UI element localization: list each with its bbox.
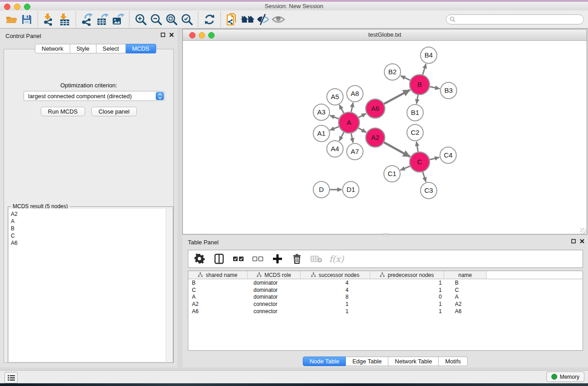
- table-cell[interactable]: C: [444, 287, 487, 293]
- export-network-button[interactable]: [80, 12, 95, 27]
- select-all-button[interactable]: [232, 252, 245, 266]
- mcds-result-item[interactable]: A2: [11, 210, 166, 218]
- table-cell[interactable]: B: [188, 280, 248, 286]
- graph-node-B3[interactable]: B3: [440, 82, 457, 99]
- table-cell[interactable]: 1: [301, 301, 370, 307]
- optimization-dropdown[interactable]: largest connected component (directed): [24, 91, 165, 101]
- zoom-in-button[interactable]: [133, 12, 148, 27]
- window-resize-grip[interactable]: [580, 228, 586, 234]
- tab-network[interactable]: Network: [35, 44, 70, 53]
- graph-node-A7[interactable]: A7: [347, 143, 363, 160]
- tab-motifs[interactable]: Motifs: [439, 357, 468, 366]
- table-cell[interactable]: A6: [188, 308, 248, 315]
- table-row[interactable]: A6connector11A6: [188, 308, 583, 315]
- zoom-out-button[interactable]: [148, 12, 164, 27]
- table-cell[interactable]: connector: [248, 308, 301, 315]
- graph-node-B1[interactable]: B1: [407, 105, 423, 121]
- table-cell[interactable]: C: [188, 287, 248, 293]
- table-cell[interactable]: dominator: [248, 287, 301, 293]
- mcds-result-item[interactable]: B: [11, 225, 166, 232]
- table-cell[interactable]: 4: [301, 287, 370, 293]
- mcds-result-item[interactable]: A6: [11, 239, 166, 247]
- refresh-button[interactable]: [202, 12, 217, 27]
- home-layout-button[interactable]: [240, 12, 255, 27]
- float-panel-icon[interactable]: [161, 33, 165, 37]
- task-history-button[interactable]: [5, 372, 18, 383]
- graph-node-C3[interactable]: C3: [421, 182, 437, 199]
- memory-button[interactable]: Memory: [546, 372, 584, 382]
- column-header-successor-nodes[interactable]: successor nodes: [301, 271, 370, 279]
- add-column-button[interactable]: [271, 252, 284, 266]
- zoom-selected-button[interactable]: [179, 12, 195, 27]
- deselect-all-button[interactable]: [251, 252, 265, 266]
- import-network-button[interactable]: [42, 12, 57, 27]
- table-cell[interactable]: 1: [370, 308, 444, 315]
- graph-node-B[interactable]: B: [410, 75, 430, 95]
- table-cell[interactable]: A6: [444, 308, 487, 315]
- close-panel-button[interactable]: Close panel: [91, 107, 137, 116]
- delete-column-button[interactable]: [290, 252, 304, 266]
- table-cell[interactable]: dominator: [248, 280, 301, 286]
- function-builder-icon[interactable]: f(x): [329, 254, 344, 264]
- network-window-titlebar[interactable]: testGlobe.txt: [183, 29, 587, 41]
- graph-node-A3[interactable]: A3: [313, 104, 330, 120]
- export-table-button[interactable]: [95, 12, 110, 27]
- search-input[interactable]: [455, 16, 575, 23]
- close-table-panel-icon[interactable]: [580, 239, 584, 243]
- graph-node-A2[interactable]: A2: [366, 128, 385, 147]
- table-cell[interactable]: 1: [370, 287, 444, 293]
- graph-node-C[interactable]: C: [410, 152, 430, 172]
- network-document-button[interactable]: [225, 12, 240, 27]
- graph-node-D1[interactable]: D1: [343, 181, 359, 198]
- table-cell[interactable]: 4: [301, 280, 370, 286]
- mcds-result-item[interactable]: C: [11, 232, 166, 239]
- show-all-button[interactable]: [271, 12, 286, 27]
- table-cell[interactable]: 8: [301, 294, 370, 300]
- close-panel-icon[interactable]: [169, 33, 174, 37]
- save-session-button[interactable]: [19, 12, 34, 27]
- table-cell[interactable]: 1: [370, 301, 444, 307]
- search-box[interactable]: [446, 14, 584, 24]
- graph-node-A1[interactable]: A1: [313, 125, 330, 142]
- table-cell[interactable]: connector: [248, 301, 301, 307]
- table-cell[interactable]: A: [188, 294, 248, 300]
- import-table-button[interactable]: [57, 12, 72, 27]
- tab-style[interactable]: Style: [70, 44, 96, 53]
- column-header-name[interactable]: name: [444, 271, 487, 279]
- table-row[interactable]: Adominator80A: [188, 294, 583, 301]
- graph-node-A[interactable]: A: [339, 112, 359, 133]
- graph-node-D[interactable]: D: [313, 181, 330, 198]
- graph-node-B2[interactable]: B2: [384, 64, 401, 80]
- table-cell[interactable]: 1: [301, 308, 370, 315]
- graph-node-B4[interactable]: B4: [421, 47, 437, 63]
- table-cell[interactable]: A2: [188, 301, 248, 307]
- graph-node-A8[interactable]: A8: [347, 86, 363, 102]
- table-cell[interactable]: 0: [370, 294, 444, 300]
- tab-edge-table[interactable]: Edge Table: [346, 357, 388, 366]
- table-cell[interactable]: A2: [444, 301, 487, 307]
- table-cell[interactable]: dominator: [248, 294, 301, 300]
- graph-node-A6[interactable]: A6: [366, 99, 385, 118]
- tab-mcds[interactable]: MCDS: [126, 44, 156, 53]
- show-columns-button[interactable]: [212, 252, 226, 266]
- export-image-button[interactable]: [110, 12, 126, 27]
- column-header-mcds-role[interactable]: MCDS role: [248, 271, 301, 279]
- zoom-fit-button[interactable]: [164, 12, 179, 27]
- graph-node-C4[interactable]: C4: [440, 147, 456, 163]
- mcds-result-item[interactable]: A: [11, 218, 166, 225]
- table-cell[interactable]: B: [444, 280, 487, 286]
- tab-select[interactable]: Select: [96, 44, 126, 53]
- open-session-button[interactable]: [4, 12, 19, 27]
- run-mcds-button[interactable]: Run MCDS: [41, 107, 85, 116]
- delete-table-button[interactable]: [310, 252, 323, 266]
- graph-canvas[interactable]: B4B2BB3A5A8A3A6B1AA1C2A2A4A7C4CC1C3DD1: [183, 41, 587, 234]
- column-header-shared-name[interactable]: shared name: [188, 271, 248, 279]
- graph-node-C2[interactable]: C2: [407, 124, 423, 141]
- graph-node-A5[interactable]: A5: [327, 89, 343, 105]
- float-table-panel-icon[interactable]: [571, 239, 576, 243]
- table-row[interactable]: Bdominator41B: [188, 279, 583, 286]
- table-settings-button[interactable]: [193, 252, 206, 266]
- table-cell[interactable]: A: [444, 294, 487, 300]
- hide-selected-button[interactable]: [255, 12, 271, 27]
- table-row[interactable]: A2connector11A2: [188, 300, 583, 308]
